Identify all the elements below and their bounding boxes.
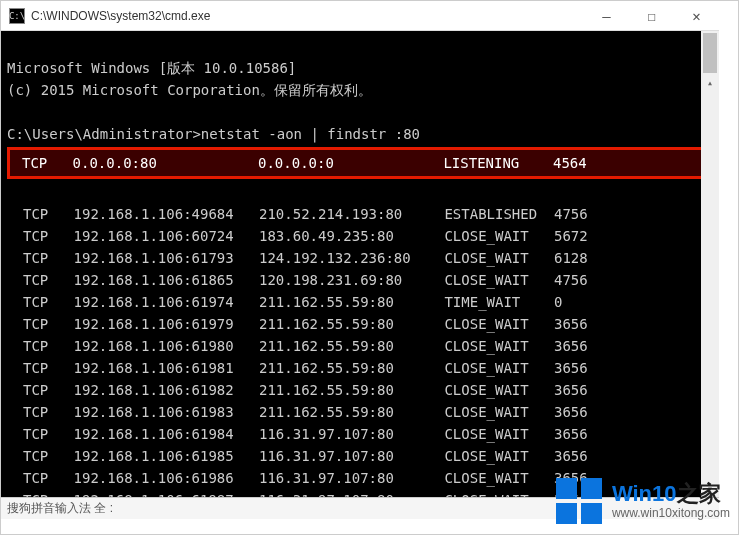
netstat-row: TCP 192.168.1.106:61793 124.192.132.236:… (7, 247, 713, 269)
netstat-row: TCP 192.168.1.106:49684 210.52.214.193:8… (7, 203, 713, 225)
ime-status-text: 搜狗拼音输入法 全 : (7, 500, 113, 517)
scrollbar-thumb[interactable] (703, 33, 717, 73)
window-controls: — ☐ ✕ (584, 1, 719, 31)
terminal-output[interactable]: Microsoft Windows [版本 10.0.10586] (c) 20… (1, 31, 719, 497)
watermark-url: www.win10xitong.com (612, 507, 730, 520)
version-line: Microsoft Windows [版本 10.0.10586] (7, 60, 296, 76)
windows-logo-icon (556, 478, 602, 524)
netstat-row: TCP 192.168.1.106:61985 116.31.97.107:80… (7, 445, 713, 467)
titlebar: C:\ C:\WINDOWS\system32\cmd.exe — ☐ ✕ (1, 1, 719, 31)
window-title: C:\WINDOWS\system32\cmd.exe (31, 9, 584, 23)
netstat-row: TCP 192.168.1.106:61982 211.162.55.59:80… (7, 379, 713, 401)
watermark-text: Win10之家 www.win10xitong.com (612, 482, 730, 519)
netstat-row: TCP 192.168.1.106:61979 211.162.55.59:80… (7, 313, 713, 335)
watermark-brand-en: Win10 (612, 481, 677, 506)
copyright-line: (c) 2015 Microsoft Corporation。保留所有权利。 (7, 82, 372, 98)
netstat-row: TCP 192.168.1.106:61983 211.162.55.59:80… (7, 401, 713, 423)
watermark: Win10之家 www.win10xitong.com (556, 478, 730, 524)
netstat-row: TCP 192.168.1.106:61984 116.31.97.107:80… (7, 423, 713, 445)
close-button[interactable]: ✕ (674, 1, 719, 31)
cmd-icon: C:\ (9, 8, 25, 24)
netstat-row: TCP 192.168.1.106:60724 183.60.49.235:80… (7, 225, 713, 247)
scrollbar[interactable]: ▴ ▾ (701, 31, 719, 497)
highlighted-row: TCP 0.0.0.0:80 0.0.0.0:0 LISTENING 4564 (7, 147, 713, 179)
cmd-window: C:\ C:\WINDOWS\system32\cmd.exe — ☐ ✕ Mi… (1, 1, 719, 519)
scroll-up-arrow[interactable]: ▴ (701, 75, 719, 91)
maximize-button[interactable]: ☐ (629, 1, 674, 31)
minimize-button[interactable]: — (584, 1, 629, 31)
netstat-row: TCP 192.168.1.106:61865 120.198.231.69:8… (7, 269, 713, 291)
netstat-row: TCP 192.168.1.106:61974 211.162.55.59:80… (7, 291, 713, 313)
watermark-brand-cn: 之家 (677, 481, 721, 506)
netstat-row: TCP 192.168.1.106:61981 211.162.55.59:80… (7, 357, 713, 379)
netstat-row: TCP 192.168.1.106:61980 211.162.55.59:80… (7, 335, 713, 357)
prompt-line: C:\Users\Administrator>netstat -aon | fi… (7, 126, 420, 142)
